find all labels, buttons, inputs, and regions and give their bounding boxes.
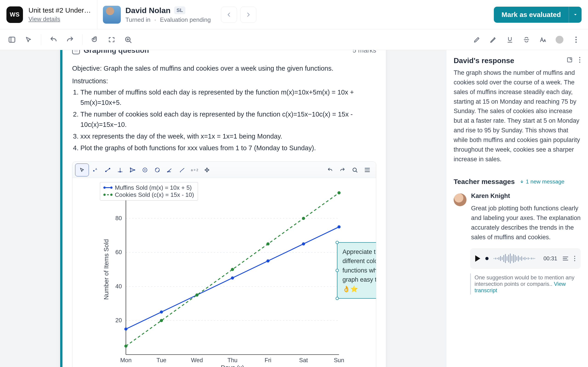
- color-swatch-icon: [556, 36, 563, 44]
- svg-point-14: [145, 169, 146, 170]
- instruction-item: The number of cookies sold each day is r…: [80, 109, 376, 130]
- play-button[interactable]: [475, 255, 480, 262]
- prev-student-button[interactable]: [221, 7, 237, 23]
- underline-button[interactable]: [504, 34, 515, 45]
- cta-group: Mark as evaluated: [494, 7, 582, 23]
- svg-point-58: [579, 62, 580, 63]
- svg-rect-62: [498, 257, 499, 260]
- svg-rect-79: [526, 258, 527, 259]
- svg-rect-84: [534, 258, 535, 259]
- workspace-logo[interactable]: WS: [6, 6, 23, 23]
- pen-tool-button[interactable]: [471, 34, 482, 45]
- annotation-sticky[interactable]: Appreciate the use of different colors f…: [337, 242, 376, 299]
- legend-label: Cookies Sold (c(x) = 15x - 10): [115, 191, 194, 198]
- redo-button[interactable]: [65, 34, 76, 45]
- graph-undo-button[interactable]: [324, 164, 336, 176]
- divider: [41, 34, 41, 45]
- resize-handle[interactable]: [336, 241, 339, 244]
- strikethrough-button[interactable]: [521, 34, 532, 45]
- resize-handle[interactable]: [336, 269, 339, 272]
- student-avatar[interactable]: [103, 6, 121, 24]
- svg-rect-70: [511, 256, 512, 261]
- graph-line-tool[interactable]: [102, 164, 114, 176]
- svg-rect-59: [493, 258, 494, 259]
- svg-point-12: [134, 169, 135, 170]
- student-status: Turned in · Evaluation pending: [125, 16, 211, 23]
- question-type-icon: [72, 50, 80, 54]
- svg-rect-65: [503, 255, 504, 262]
- kebab-icon: [574, 255, 576, 262]
- svg-point-40: [160, 310, 163, 314]
- graph-angle-tool[interactable]: [164, 164, 176, 176]
- teacher-avatar: [454, 193, 467, 206]
- svg-point-2: [575, 36, 577, 38]
- mark-evaluated-button[interactable]: Mark as evaluated: [494, 7, 569, 23]
- transcript-button[interactable]: [562, 256, 569, 261]
- zoom-in-button[interactable]: [123, 34, 134, 45]
- text-style-button[interactable]: [537, 34, 548, 45]
- graph-zoom-button[interactable]: [349, 164, 361, 176]
- color-picker-button[interactable]: [554, 34, 565, 45]
- graph-ellipse-tool[interactable]: [151, 164, 163, 176]
- next-student-button[interactable]: [240, 7, 256, 23]
- question-type-label: Graphing question: [84, 50, 149, 55]
- graph-polygon-tool[interactable]: [127, 164, 138, 176]
- polygon-icon: [130, 167, 136, 173]
- fit-screen-button[interactable]: [106, 34, 117, 45]
- svg-point-43: [267, 259, 270, 262]
- teacher-message: Karen Knight Great job plotting both fun…: [454, 192, 581, 242]
- teacher-messages-title: Teacher messages: [454, 178, 515, 186]
- svg-rect-69: [510, 253, 511, 264]
- graph-redo-button[interactable]: [337, 164, 348, 176]
- svg-rect-64: [502, 257, 502, 260]
- expand-response-button[interactable]: [566, 57, 573, 65]
- cursor-icon: [25, 36, 32, 43]
- svg-text:A: A: [95, 168, 97, 170]
- legend-label: Muffins Sold (m(x) = 10x + 5): [115, 184, 192, 191]
- strikethrough-icon: [523, 36, 530, 43]
- graph-perpendicular-tool[interactable]: [114, 164, 126, 176]
- graph-slider-tool[interactable]: a = 2: [189, 164, 200, 176]
- graph-circle-tool[interactable]: [139, 164, 151, 176]
- zoom-in-icon: [124, 36, 132, 44]
- new-message-badge[interactable]: 1 new message: [520, 178, 564, 185]
- more-tools-button[interactable]: [571, 34, 582, 45]
- graph-pointer-tool[interactable]: [75, 164, 89, 176]
- svg-rect-55: [568, 58, 572, 62]
- view-details-link[interactable]: View details: [28, 16, 92, 23]
- svg-point-50: [267, 242, 270, 245]
- svg-text:40: 40: [115, 283, 122, 289]
- graph-segment-tool[interactable]: [176, 164, 188, 176]
- legend-entry-muffins: Muffins Sold (m(x) = 10x + 5): [104, 184, 194, 191]
- pencil-tool-button[interactable]: [488, 34, 499, 45]
- sidebar-toggle-button[interactable]: [6, 34, 17, 45]
- select-tool-button[interactable]: [23, 34, 34, 45]
- expand-icon: [566, 57, 573, 63]
- playhead-dot[interactable]: [485, 257, 489, 260]
- voice-more-button[interactable]: [574, 255, 576, 262]
- graph-move-tool[interactable]: [201, 164, 213, 176]
- cursor-icon: [79, 167, 85, 173]
- voice-duration: 00:31: [544, 255, 557, 262]
- point-label-icon: A: [92, 168, 98, 172]
- svg-point-39: [124, 327, 128, 331]
- svg-rect-77: [523, 258, 524, 259]
- slider-label: a = 2: [191, 168, 198, 172]
- mark-evaluated-dropdown[interactable]: [569, 7, 582, 23]
- teacher-name: Karen Knight: [471, 192, 581, 200]
- pan-tool-button[interactable]: [90, 34, 101, 45]
- svg-rect-63: [500, 256, 501, 261]
- graph-point-tool[interactable]: A: [89, 164, 101, 176]
- text-aa-icon: [540, 36, 546, 43]
- chart-svg[interactable]: 20406080MonTueWedThuFriSatSunDays (x)Num…: [75, 180, 372, 367]
- graph-menu-button[interactable]: [361, 164, 373, 176]
- response-more-button[interactable]: [579, 56, 581, 65]
- divider: [82, 34, 83, 45]
- canvas-area[interactable]: Graphing question 5 marks Objective: Gra…: [0, 50, 446, 367]
- maximize-icon: [108, 36, 115, 43]
- svg-text:Thu: Thu: [227, 357, 237, 363]
- chart-legend: Muffins Sold (m(x) = 10x + 5) Cookies So…: [100, 182, 198, 200]
- waveform[interactable]: [493, 253, 538, 264]
- svg-point-3: [575, 39, 577, 40]
- undo-button[interactable]: [48, 34, 59, 45]
